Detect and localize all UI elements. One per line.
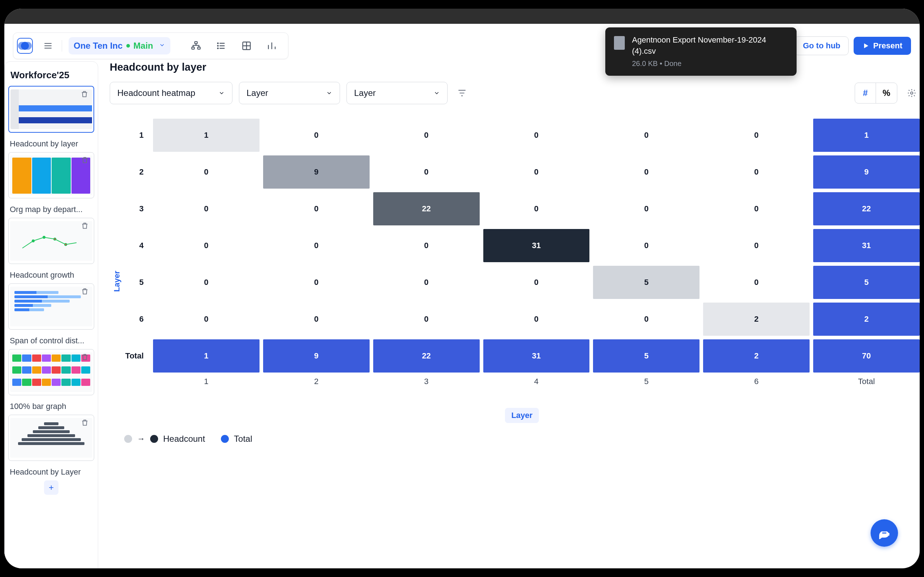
heatmap-cell[interactable]: 0 <box>373 266 480 299</box>
filter-icon[interactable] <box>454 85 470 101</box>
heatmap-cell[interactable]: 2 <box>703 303 809 336</box>
heatmap-cell[interactable]: 0 <box>153 266 260 299</box>
chat-button[interactable] <box>871 519 898 547</box>
heatmap-cell[interactable]: 9 <box>263 155 370 189</box>
row-label: Total <box>124 339 149 372</box>
list-icon[interactable] <box>214 38 229 53</box>
present-button[interactable]: Present <box>854 37 911 55</box>
gear-icon[interactable] <box>904 85 920 101</box>
heatmap-cell[interactable]: 1 <box>153 339 260 372</box>
trash-icon[interactable] <box>81 287 90 297</box>
heatmap-cell[interactable]: 0 <box>483 266 590 299</box>
add-slide-button[interactable]: + <box>44 480 58 495</box>
x-axis-caption: Layer <box>124 408 920 423</box>
heatmap-cell[interactable]: 0 <box>263 303 370 336</box>
toggle-hash[interactable]: # <box>855 83 876 103</box>
heatmap-cell[interactable]: 0 <box>263 229 370 262</box>
heatmap-cell[interactable]: 0 <box>263 266 370 299</box>
chart-type-dropdown[interactable]: Headcount heatmap <box>110 82 233 104</box>
trash-icon[interactable] <box>81 222 90 231</box>
org-chart-icon[interactable] <box>188 38 204 53</box>
sidebar-item-label: Headcount growth <box>8 268 94 280</box>
layout-icon[interactable] <box>239 38 254 53</box>
heatmap-cell[interactable]: 0 <box>703 192 809 226</box>
branch-name: Main <box>134 41 153 51</box>
svg-point-10 <box>65 243 67 246</box>
heatmap-cell[interactable]: 0 <box>263 192 370 226</box>
heatmap-cell[interactable]: 0 <box>593 303 699 336</box>
sidebar-item-span-of-control[interactable] <box>8 284 94 330</box>
heatmap-cell[interactable]: 1 <box>153 119 260 152</box>
thumbnail-preview <box>10 418 92 458</box>
heatmap-cell[interactable]: 0 <box>593 119 699 152</box>
heatmap-cell[interactable]: 5 <box>593 339 699 372</box>
heatmap-cell[interactable]: 9 <box>813 155 920 189</box>
trash-icon[interactable] <box>81 419 90 428</box>
toggle-percent[interactable]: % <box>876 83 897 103</box>
dropdown-value: Layer <box>247 88 268 98</box>
sidebar-item-headcount-by-layer[interactable] <box>8 86 94 133</box>
heatmap-cell[interactable]: 5 <box>813 266 920 299</box>
heatmap-cell[interactable]: 22 <box>373 192 480 226</box>
heatmap-cell[interactable]: 0 <box>153 155 260 189</box>
row-dimension-dropdown[interactable]: Layer <box>239 82 340 104</box>
download-toast[interactable]: Agentnoon Export November-19-2024 (4).cs… <box>605 27 796 76</box>
heatmap-cell[interactable]: 0 <box>483 155 590 189</box>
org-switcher[interactable]: One Ten Inc Main <box>69 37 170 55</box>
heatmap-cell[interactable]: 9 <box>263 339 370 372</box>
sidebar: Workforce'25 Headcount by layer Org map … <box>4 61 98 568</box>
heatmap-cell[interactable]: 22 <box>373 339 480 372</box>
heatmap-cell[interactable]: 0 <box>373 229 480 262</box>
topbar-left: One Ten Inc Main <box>13 32 288 59</box>
heatmap-cell[interactable]: 0 <box>153 192 260 226</box>
chevron-down-icon <box>326 90 333 96</box>
sidebar-item-100-bar[interactable] <box>8 349 94 395</box>
bar-chart-icon[interactable] <box>264 38 279 53</box>
svg-point-11 <box>911 92 913 95</box>
heatmap-cell[interactable]: 2 <box>813 303 920 336</box>
heatmap-cell[interactable]: 0 <box>373 155 480 189</box>
app-logo[interactable] <box>17 38 33 54</box>
sidebar-item-headcount-by-layer-2[interactable] <box>8 415 94 461</box>
svg-point-5 <box>218 48 218 49</box>
heatmap-cell[interactable]: 0 <box>593 155 699 189</box>
sidebar-item-label: Headcount by layer <box>8 137 94 148</box>
go-to-hub-button[interactable]: Go to hub <box>795 36 848 55</box>
heatmap-cell[interactable]: 31 <box>813 229 920 262</box>
row-label: 1 <box>124 119 149 152</box>
heatmap-cell[interactable]: 70 <box>813 339 920 372</box>
x-axis-label-pill: Layer <box>505 408 539 423</box>
heatmap-cell[interactable]: 1 <box>813 119 920 152</box>
heatmap-cell[interactable]: 31 <box>483 229 590 262</box>
trash-icon[interactable] <box>81 353 90 363</box>
heatmap-cell[interactable]: 5 <box>593 266 699 299</box>
heatmap-cell[interactable]: 0 <box>703 229 809 262</box>
trash-icon[interactable] <box>81 156 90 166</box>
heatmap-cell[interactable]: 0 <box>483 303 590 336</box>
heatmap-cell[interactable]: 0 <box>263 119 370 152</box>
col-dimension-dropdown[interactable]: Layer <box>347 82 447 104</box>
svg-point-3 <box>218 43 218 44</box>
heatmap-cell[interactable]: 0 <box>373 303 480 336</box>
heatmap-cell[interactable]: 0 <box>153 229 260 262</box>
heatmap-cell[interactable]: 0 <box>703 155 809 189</box>
heatmap-cell[interactable]: 0 <box>703 266 809 299</box>
heatmap-cell[interactable]: 0 <box>483 119 590 152</box>
svg-point-4 <box>218 45 218 46</box>
heatmap-cell[interactable]: 0 <box>153 303 260 336</box>
sidebar-item-org-map[interactable] <box>8 152 94 198</box>
heatmap-cell[interactable]: 2 <box>703 339 809 372</box>
heatmap-chart: Layer 1100000120900009300220002240003100… <box>110 119 920 444</box>
heatmap-cell[interactable]: 0 <box>373 119 480 152</box>
heatmap-cell[interactable]: 0 <box>593 229 699 262</box>
heatmap-cell[interactable]: 0 <box>483 192 590 226</box>
sidebar-item-headcount-growth[interactable] <box>8 218 94 264</box>
row-label: 6 <box>124 303 149 336</box>
heatmap-cell[interactable]: 31 <box>483 339 590 372</box>
legend-swatch-light <box>124 435 132 443</box>
menu-icon[interactable] <box>39 37 57 55</box>
heatmap-cell[interactable]: 0 <box>703 119 809 152</box>
heatmap-cell[interactable]: 0 <box>593 192 699 226</box>
heatmap-cell[interactable]: 22 <box>813 192 920 226</box>
trash-icon[interactable] <box>81 90 90 100</box>
